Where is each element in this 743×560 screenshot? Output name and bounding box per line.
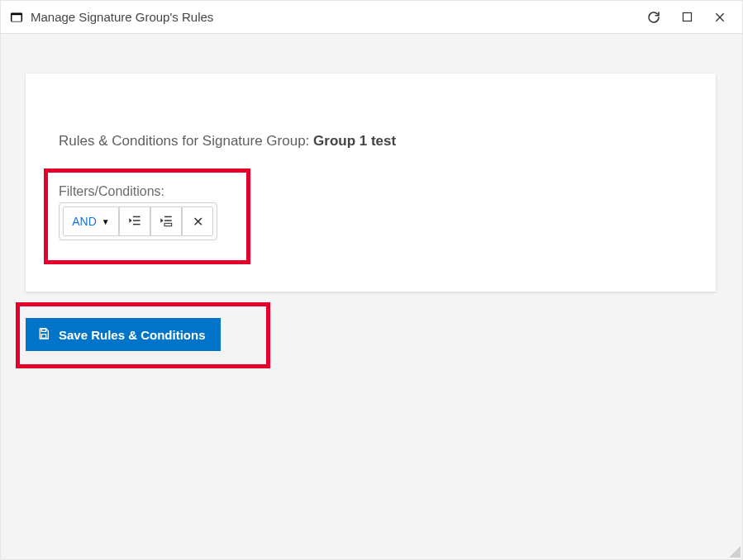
svg-rect-10 — [41, 334, 45, 338]
svg-rect-9 — [41, 329, 45, 331]
svg-rect-5 — [133, 223, 141, 224]
operator-label: AND — [72, 215, 97, 228]
close-icon[interactable] — [711, 8, 729, 26]
window-icon — [9, 10, 24, 25]
caret-down-icon: ▼ — [102, 217, 110, 226]
refresh-icon[interactable] — [645, 8, 663, 26]
resize-grip[interactable] — [729, 546, 741, 558]
card-heading: Rules & Conditions for Signature Group: … — [59, 133, 396, 149]
svg-rect-6 — [164, 216, 172, 216]
svg-rect-1 — [12, 15, 21, 21]
indent-group-icon — [160, 214, 173, 230]
x-icon: ✕ — [193, 214, 203, 230]
save-button-label: Save Rules & Conditions — [59, 328, 206, 342]
svg-rect-2 — [683, 13, 691, 21]
svg-rect-4 — [133, 220, 141, 221]
title-bar: Manage Signature Group's Rules — [1, 1, 742, 34]
filter-toolbar: AND ▼ — [59, 202, 217, 240]
filters-label: Filters/Conditions: — [59, 184, 164, 199]
svg-rect-7 — [164, 220, 172, 221]
window-title: Manage Signature Group's Rules — [31, 10, 638, 24]
window-buttons — [645, 8, 734, 26]
group-name: Group 1 test — [313, 133, 396, 149]
save-rules-button[interactable]: Save Rules & Conditions — [26, 318, 221, 351]
content-area: Rules & Conditions for Signature Group: … — [1, 34, 742, 559]
heading-prefix: Rules & Conditions for Signature Group: — [59, 133, 313, 149]
save-icon — [37, 327, 50, 343]
operator-dropdown[interactable]: AND ▼ — [63, 206, 119, 236]
add-group-button[interactable] — [150, 206, 182, 236]
svg-rect-3 — [133, 216, 141, 216]
add-condition-button[interactable] — [119, 206, 150, 236]
remove-condition-button[interactable]: ✕ — [182, 206, 213, 236]
maximize-icon[interactable] — [678, 8, 696, 26]
svg-rect-8 — [164, 223, 172, 225]
window-root: Manage Signature Group's Rules — [0, 0, 743, 560]
rules-card: Rules & Conditions for Signature Group: … — [26, 74, 716, 292]
indent-right-icon — [128, 214, 141, 230]
